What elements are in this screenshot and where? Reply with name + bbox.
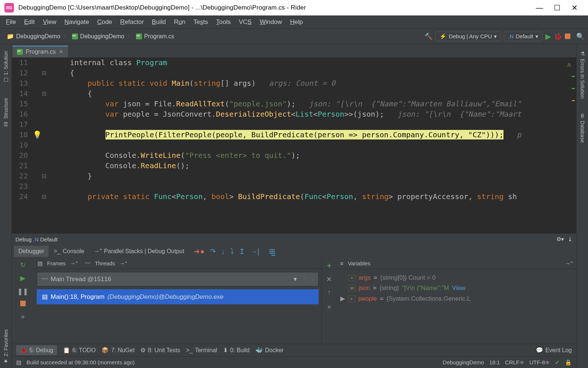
- bottom-tab[interactable]: ⬇0: Build: [223, 347, 250, 354]
- variables-list[interactable]: ≡args = {string[0]} Count = 010json = {s…: [337, 269, 576, 344]
- fold-icon[interactable]: ⊟: [42, 171, 52, 181]
- fold-icon[interactable]: ⊟: [42, 191, 52, 202]
- menu-tools[interactable]: Tools: [212, 17, 234, 27]
- database-tab[interactable]: 🛢Database: [579, 110, 586, 146]
- code-line[interactable]: 11 internal class Program: [12, 57, 576, 68]
- line-ending[interactable]: CRLF≑: [505, 359, 524, 366]
- error-stripe[interactable]: [572, 76, 576, 112]
- fold-icon[interactable]: ⊟: [42, 68, 52, 78]
- bottom-tab[interactable]: >_Terminal: [186, 347, 217, 354]
- bottom-tab[interactable]: 📦7: NuGet: [101, 347, 135, 354]
- run-button[interactable]: ▶: [545, 32, 551, 41]
- favorites-tab[interactable]: ★2: Favorites: [2, 326, 10, 368]
- menu-vcs[interactable]: VCS: [235, 17, 255, 27]
- bottom-tab[interactable]: 🐳Docker: [255, 347, 284, 354]
- warning-icon[interactable]: ⚠: [567, 59, 571, 69]
- caret-position[interactable]: 18:1: [489, 359, 500, 365]
- encoding[interactable]: UTF-8≑: [530, 359, 550, 366]
- crumb-file[interactable]: Program.cs: [144, 33, 174, 40]
- menu-tests[interactable]: Tests: [190, 17, 212, 27]
- breadcrumb[interactable]: 📁 DebuggingDemo 〉 DebuggingDemo 〉 Progra…: [4, 32, 177, 40]
- more-icon[interactable]: »: [326, 301, 333, 312]
- maximize-button[interactable]: ☐: [548, 3, 566, 12]
- menu-window[interactable]: Window: [256, 17, 286, 27]
- inspection-icon[interactable]: ✔: [555, 359, 560, 366]
- close-tab-icon[interactable]: ✕: [59, 49, 64, 55]
- minimize-button[interactable]: —: [531, 4, 548, 12]
- rerun-icon[interactable]: ↻: [20, 261, 26, 269]
- thread-selector[interactable]: 〰 Main Thread @15116 ▾ ↑↓: [37, 272, 319, 286]
- restore-layout-icon[interactable]: →": [565, 260, 573, 266]
- menu-view[interactable]: View: [39, 17, 60, 27]
- variable-row[interactable]: 10json = {string} "[\r\n {"Name":"MView: [340, 283, 573, 293]
- gear-icon[interactable]: ⚙▾: [556, 236, 564, 243]
- solution-tab[interactable]: ▢1: Solution: [2, 47, 10, 87]
- next-frame-icon[interactable]: ↓: [311, 275, 314, 283]
- add-watch-icon[interactable]: +: [327, 262, 331, 270]
- crumb-solution[interactable]: DebuggingDemo: [16, 33, 60, 40]
- menu-run[interactable]: Run: [170, 17, 189, 27]
- resume-icon[interactable]: ▶: [20, 274, 25, 282]
- force-step-into-icon[interactable]: ⤵: [230, 247, 234, 256]
- event-log-button[interactable]: 💬Event Log: [536, 347, 572, 354]
- menu-help[interactable]: Help: [286, 17, 306, 27]
- code-line[interactable]: 23: [12, 181, 576, 191]
- code-line[interactable]: 22⊟ }: [12, 171, 576, 181]
- download-icon[interactable]: ⤓: [568, 236, 573, 243]
- code-line[interactable]: 19: [12, 140, 576, 150]
- code-line[interactable]: 12⊟ {: [12, 68, 576, 78]
- step-into-icon[interactable]: ↓: [221, 247, 225, 256]
- parallel-stacks-tab[interactable]: →" Parallel Stacks | Debug Output: [89, 246, 189, 257]
- stack-frame-row[interactable]: ▤ Main():18, Program (DebuggingDemo)@Deb…: [37, 289, 319, 304]
- expand-icon[interactable]: ▶: [340, 295, 345, 302]
- target-combo[interactable]: .N Default ▾: [504, 32, 542, 41]
- stop-debug-icon[interactable]: [20, 301, 26, 306]
- editor-tab-program[interactable]: Program.cs ✕: [12, 46, 68, 57]
- variable-row[interactable]: ≡args = {string[0]} Count = 0: [340, 273, 573, 283]
- crumb-project[interactable]: DebuggingDemo: [80, 33, 124, 40]
- config-combo[interactable]: ⚡ Debug | Any CPU ▾: [435, 32, 501, 41]
- run-to-cursor-icon[interactable]: →|: [250, 247, 259, 256]
- remove-watch-icon[interactable]: ✕: [326, 275, 332, 283]
- code-line[interactable]: 18💡 PrintPeople(FilterPeople(people, Bui…: [12, 130, 576, 140]
- prev-frame-icon[interactable]: ↑: [304, 275, 307, 283]
- step-over-icon[interactable]: ↷: [210, 247, 216, 256]
- code-line[interactable]: 17: [12, 119, 576, 130]
- debug-button[interactable]: 🐞: [554, 32, 562, 40]
- code-line[interactable]: 14⊟ {: [12, 88, 576, 99]
- console-tab[interactable]: >_Console: [49, 246, 89, 257]
- evaluate-icon[interactable]: ⊞̲: [269, 247, 275, 256]
- bottom-tab[interactable]: 📋6: TODO: [63, 347, 96, 354]
- show-execution-point-icon[interactable]: ➜●: [194, 247, 204, 256]
- code-line[interactable]: 15 var json = File.ReadAllText("people.j…: [12, 99, 576, 109]
- more-icon[interactable]: »: [19, 311, 26, 322]
- up-icon[interactable]: ↑: [327, 289, 331, 296]
- bottom-tab[interactable]: ⚙8: Unit Tests: [140, 347, 180, 354]
- stop-button[interactable]: [565, 33, 570, 39]
- bulb-icon[interactable]: 💡: [32, 130, 42, 140]
- lock-icon[interactable]: 🔒: [565, 359, 572, 366]
- code-line[interactable]: 16 var people = JsonConvert.DeserializeO…: [12, 109, 576, 119]
- close-button[interactable]: ✕: [566, 3, 584, 12]
- pause-icon[interactable]: ❚❚: [17, 287, 28, 296]
- errors-tab[interactable]: ⚗Errors In Solution: [579, 47, 586, 102]
- menu-file[interactable]: File: [2, 17, 19, 27]
- debugger-tab[interactable]: Debugger: [14, 246, 49, 257]
- code-line[interactable]: 24⊟ private static Func<Person, bool> Bu…: [12, 191, 576, 202]
- menu-code[interactable]: Code: [93, 17, 116, 27]
- structure-tab[interactable]: ☰Structure: [2, 94, 10, 131]
- build-icon[interactable]: 🔨: [424, 32, 433, 40]
- menu-edit[interactable]: Edit: [20, 17, 38, 27]
- search-icon[interactable]: 🔍: [576, 32, 584, 40]
- bottom-tab[interactable]: 🐞5: Debug: [16, 345, 57, 355]
- code-line[interactable]: 21 Console.ReadLine();: [12, 160, 576, 171]
- variable-row[interactable]: ▶≡people = {System.Collections.Generic.L: [340, 293, 573, 304]
- code-line[interactable]: 20 Console.WriteLine("Press <enter> to q…: [12, 150, 576, 160]
- menu-navigate[interactable]: Navigate: [61, 17, 93, 27]
- fold-icon[interactable]: ⊟: [42, 88, 52, 99]
- step-out-icon[interactable]: ↥: [239, 247, 245, 256]
- code-editor[interactable]: ⚠ 11 internal class Program12⊟ {13 publi…: [12, 57, 576, 233]
- menu-build[interactable]: Build: [148, 17, 169, 27]
- menu-refactor[interactable]: Refactor: [116, 17, 147, 27]
- code-line[interactable]: 13 public static void Main(string[] args…: [12, 78, 576, 88]
